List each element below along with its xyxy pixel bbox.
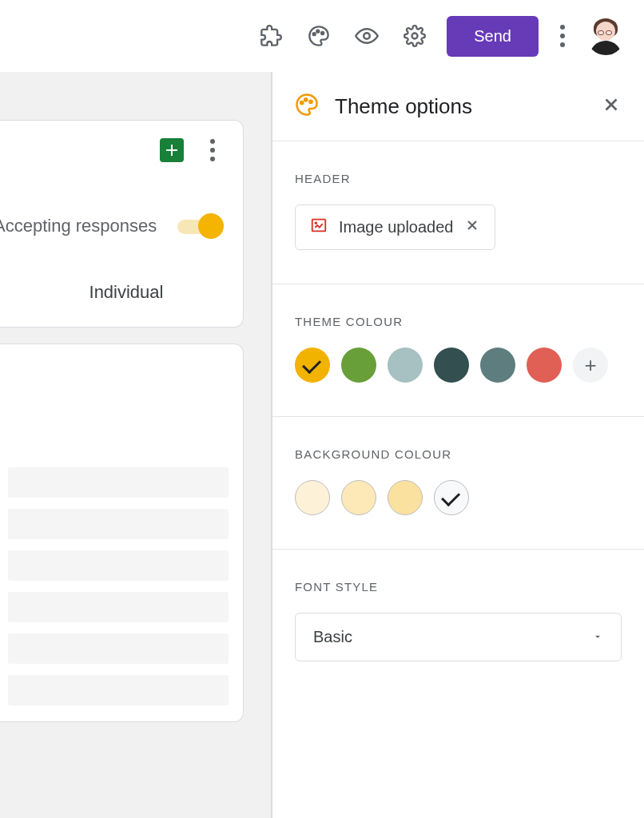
theme-colour-swatch[interactable] xyxy=(434,347,469,383)
chart-card xyxy=(0,343,244,722)
addons-icon[interactable] xyxy=(255,20,287,52)
accepting-responses-label: Accepting responses xyxy=(0,216,157,236)
card-more-icon[interactable] xyxy=(205,139,221,161)
send-button[interactable]: Send xyxy=(447,16,539,57)
list-item xyxy=(8,550,229,581)
left-panel: Accepting responses Individual xyxy=(0,72,244,818)
list-item xyxy=(8,592,229,622)
list-item xyxy=(8,675,229,705)
font-style-select[interactable]: Basic xyxy=(295,613,622,661)
section-background-colour: BACKGROUND COLOUR xyxy=(272,417,644,550)
svg-point-5 xyxy=(300,101,303,104)
preview-icon[interactable] xyxy=(351,20,383,52)
theme-panel: Theme options HEADER Image uploaded THEM… xyxy=(272,72,644,818)
background-colour-swatch[interactable] xyxy=(434,480,469,515)
add-custom-colour[interactable]: + xyxy=(573,347,608,383)
section-theme-colour-label: THEME COLOUR xyxy=(295,315,622,328)
svg-point-1 xyxy=(317,30,320,33)
section-font-style: FONT STYLE Basic xyxy=(272,550,644,695)
background-colour-swatch[interactable] xyxy=(295,480,330,515)
section-theme-colour: THEME COLOUR + xyxy=(272,284,644,417)
background-colour-swatch[interactable] xyxy=(388,480,423,515)
section-font-style-label: FONT STYLE xyxy=(295,580,622,594)
section-header: HEADER Image uploaded xyxy=(272,141,644,284)
header-chip-label: Image uploaded xyxy=(339,218,453,236)
svg-point-3 xyxy=(364,33,371,39)
theme-colour-swatch[interactable] xyxy=(527,347,562,383)
chevron-down-icon xyxy=(592,628,603,646)
background-colour-swatch[interactable] xyxy=(341,480,376,515)
close-icon[interactable] xyxy=(601,94,622,118)
palette-icon xyxy=(295,93,319,120)
list-item xyxy=(8,467,229,498)
section-background-colour-label: BACKGROUND COLOUR xyxy=(295,447,622,461)
theme-panel-header: Theme options xyxy=(272,72,644,141)
theme-colour-swatch[interactable] xyxy=(480,347,515,383)
svg-point-6 xyxy=(304,98,307,101)
responses-card: Accepting responses Individual xyxy=(0,120,244,328)
settings-icon[interactable] xyxy=(399,20,431,52)
svg-point-0 xyxy=(313,33,316,35)
theme-panel-title: Theme options xyxy=(335,94,585,119)
list-item xyxy=(8,633,229,664)
font-style-value: Basic xyxy=(313,628,352,646)
remove-header-image-icon[interactable] xyxy=(464,217,480,237)
background-colour-swatches xyxy=(295,480,622,515)
svg-rect-8 xyxy=(312,220,326,232)
header-image-chip: Image uploaded xyxy=(295,204,495,250)
image-icon xyxy=(310,216,328,238)
avatar[interactable] xyxy=(586,17,625,55)
main-area: Accepting responses Individual The xyxy=(0,72,644,818)
sheets-icon[interactable] xyxy=(160,138,184,162)
more-menu-icon[interactable] xyxy=(555,25,570,47)
svg-point-9 xyxy=(315,222,316,224)
theme-colour-swatch[interactable] xyxy=(388,347,423,383)
palette-icon[interactable] xyxy=(303,20,335,52)
theme-colour-swatch[interactable] xyxy=(295,347,330,383)
top-toolbar: Send xyxy=(0,0,644,72)
tab-individual[interactable]: Individual xyxy=(11,282,225,303)
svg-point-7 xyxy=(309,101,312,103)
list-item xyxy=(8,509,229,539)
theme-colour-swatch[interactable] xyxy=(341,347,376,383)
section-header-label: HEADER xyxy=(295,172,622,185)
vertical-divider xyxy=(244,72,272,818)
svg-point-4 xyxy=(412,34,418,39)
svg-point-2 xyxy=(321,32,324,34)
theme-colour-swatches: + xyxy=(295,347,622,383)
accepting-responses-toggle[interactable] xyxy=(177,213,222,239)
